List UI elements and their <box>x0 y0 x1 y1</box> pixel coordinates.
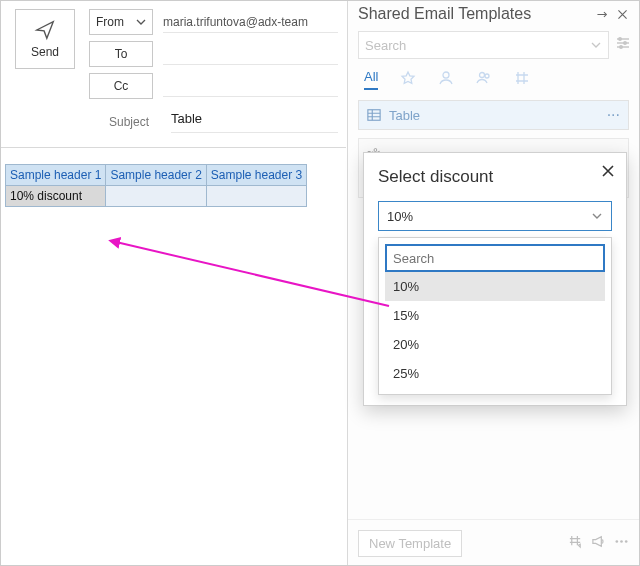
dropdown-search-input[interactable] <box>385 244 605 272</box>
cc-value[interactable] <box>163 75 338 97</box>
template-item-label: Table <box>389 108 420 123</box>
svg-point-8 <box>620 540 623 543</box>
template-item[interactable]: Table ··· <box>358 100 629 130</box>
divider <box>1 147 346 148</box>
address-fields: From maria.trifuntova@adx-team To Cc Sub… <box>89 9 338 133</box>
svg-point-1 <box>624 42 627 45</box>
send-icon <box>34 19 56 41</box>
table-cell[interactable] <box>106 186 206 207</box>
svg-point-4 <box>480 72 485 77</box>
cc-button[interactable]: Cc <box>89 73 153 99</box>
more-icon[interactable]: ··· <box>607 106 620 124</box>
table-icon <box>367 108 381 122</box>
panel-footer: New Template <box>348 519 639 566</box>
chevron-down-icon <box>591 210 603 222</box>
subject-value[interactable]: Table <box>171 111 338 133</box>
filter-tabs: All <box>348 63 639 96</box>
send-button[interactable]: Send <box>15 9 75 69</box>
table-header[interactable]: Sample header 3 <box>206 165 306 186</box>
email-body-table[interactable]: Sample header 1 Sample header 2 Sample h… <box>5 164 307 207</box>
table-cell[interactable] <box>206 186 306 207</box>
from-value[interactable]: maria.trifuntova@adx-team <box>163 11 338 33</box>
person-icon[interactable] <box>438 70 454 90</box>
to-value[interactable] <box>163 43 338 65</box>
dropdown-option[interactable]: 20% <box>385 330 605 359</box>
close-panel-icon[interactable] <box>612 6 633 23</box>
dropdown-option[interactable]: 15% <box>385 301 605 330</box>
svg-point-3 <box>443 72 449 78</box>
from-label: From <box>96 15 124 29</box>
table-header[interactable]: Sample header 1 <box>6 165 106 186</box>
pin-icon[interactable] <box>591 6 612 23</box>
hash-action-icon[interactable] <box>568 534 583 553</box>
svg-point-5 <box>485 74 489 78</box>
search-options-icon[interactable] <box>615 35 631 55</box>
panel-search-placeholder: Search <box>365 38 406 53</box>
chevron-down-icon <box>590 39 602 51</box>
panel-title: Shared Email Templates <box>358 5 591 23</box>
table-cell[interactable]: 10% discount <box>6 186 106 207</box>
compose-header: Send From maria.trifuntova@adx-team To C… <box>1 1 346 133</box>
announce-icon[interactable] <box>591 534 606 553</box>
panel-header: Shared Email Templates <box>348 1 639 25</box>
new-template-button[interactable]: New Template <box>358 530 462 557</box>
svg-point-0 <box>619 38 622 41</box>
combo-value: 10% <box>387 209 413 224</box>
from-button[interactable]: From <box>89 9 153 35</box>
compose-area: Send From maria.trifuntova@adx-team To C… <box>1 1 346 566</box>
close-icon[interactable] <box>600 163 616 183</box>
people-icon[interactable] <box>476 70 492 90</box>
send-label: Send <box>31 45 59 59</box>
discount-dropdown: 10% 15% 20% 25% <box>378 237 612 395</box>
svg-point-7 <box>616 540 619 543</box>
select-discount-dialog: Select discount 10% 10% 15% 20% 25% <box>363 152 627 406</box>
dialog-title: Select discount <box>378 167 612 187</box>
chevron-down-icon <box>136 17 146 27</box>
panel-search-input[interactable]: Search <box>358 31 609 59</box>
hash-icon[interactable] <box>514 70 530 90</box>
to-button[interactable]: To <box>89 41 153 67</box>
star-icon[interactable] <box>400 70 416 90</box>
to-label: To <box>115 47 128 61</box>
svg-point-2 <box>620 46 623 49</box>
svg-rect-6 <box>368 110 380 121</box>
svg-point-9 <box>625 540 628 543</box>
table-header[interactable]: Sample header 2 <box>106 165 206 186</box>
cc-label: Cc <box>114 79 129 93</box>
tab-all[interactable]: All <box>364 69 378 90</box>
dropdown-option[interactable]: 10% <box>385 272 605 301</box>
subject-label: Subject <box>97 115 161 129</box>
discount-combo[interactable]: 10% <box>378 201 612 231</box>
ellipsis-icon[interactable] <box>614 534 629 553</box>
dropdown-option[interactable]: 25% <box>385 359 605 388</box>
panel-search-row: Search <box>348 25 639 63</box>
